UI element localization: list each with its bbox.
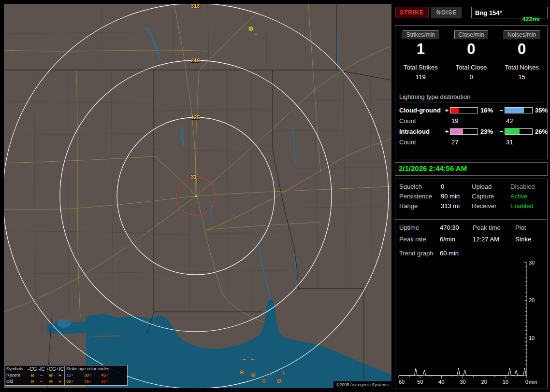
neg-cg-recent-icon: ⊖: [28, 372, 37, 378]
noises-per-min-label: Noises/min: [504, 30, 540, 39]
total-close-value: 0: [446, 73, 497, 81]
age-90: 90+: [101, 378, 117, 385]
mode-toolbar: STRIKE NOISE Bng 154° 422mi: [395, 7, 548, 18]
settings-row: Persistence 90 min Capture Active: [395, 192, 547, 201]
ic-minus-count: 31: [505, 139, 533, 146]
pos-ic-recent-icon: +: [56, 372, 64, 378]
strike-marker: ⊖: [261, 378, 266, 384]
sidebar: STRIKE NOISE Bng 154° 422mi Strikes/min …: [394, 0, 550, 392]
settings-panel: Squelch 0 Upload Disabled Persistence 90…: [395, 179, 548, 222]
persistence-value: 90 min: [441, 192, 472, 201]
legend-row-old: Old: [6, 378, 28, 385]
trend-graph-header: Trend graph 60 min: [395, 250, 547, 257]
status-panel: Uptime 470:30 Peak time Plot Peak rate 6…: [395, 219, 548, 389]
lightning-map[interactable]: 31321912531 ⊕−−−⊖⊖⊖+⊖+ Symbols -CG -IC +…: [4, 4, 391, 388]
trend-axes: [399, 263, 527, 376]
strike-marker: ⊖: [239, 369, 244, 375]
close-per-min-label: Close/min: [454, 30, 488, 39]
pos-cg-recent-icon: ⊕: [46, 372, 56, 378]
cg-minus-bar: [505, 107, 533, 113]
distribution-title: Lightning type distribution: [399, 93, 543, 102]
peak-rate-value: 6/min: [440, 236, 473, 243]
uptime-value: 470:30: [440, 224, 473, 231]
range-ring-label: 219: [191, 57, 200, 63]
receiver-status: Enabled: [510, 201, 543, 211]
y-tick-label: 30: [529, 260, 535, 266]
peak-time-label: Peak time: [473, 224, 515, 231]
noise-mode-button[interactable]: NOISE: [432, 7, 462, 18]
app-window: 31321912531 ⊕−−−⊖⊖⊖+⊖+ Symbols -CG -IC +…: [0, 0, 550, 392]
cg-minus-count: 42: [505, 117, 533, 125]
strike-marker: ⊖: [251, 372, 256, 378]
x-tick-label: 10: [503, 379, 508, 385]
cg-minus-pct: 35%: [533, 107, 550, 114]
total-strikes-value: 119: [395, 73, 446, 81]
cg-plus-count: 19: [450, 117, 478, 125]
age-15: 15+: [64, 372, 84, 378]
age-75: 75+: [84, 378, 101, 385]
count-label: Count: [399, 117, 444, 125]
x-unit-label: min: [529, 379, 537, 385]
bearing-readout: Bng 154° 422mi: [471, 7, 548, 18]
strike-marker: +: [281, 370, 285, 376]
datetime-panel: 2/1/2026 2:44:56 AM: [395, 162, 548, 176]
count-label: Count: [399, 139, 444, 146]
upload-status: Disabled: [510, 182, 543, 192]
ic-minus-bar: [505, 128, 533, 135]
trend-series-strike: [399, 368, 527, 376]
intracloud-row: Intracloud + 23% − 26%: [399, 128, 543, 135]
cg-plus-pct: 16%: [478, 107, 498, 114]
range-label: Range: [399, 201, 441, 211]
receiver-location-dot: [195, 196, 197, 197]
neg-ic-recent-icon: −: [37, 372, 46, 378]
noises-column: Noises/min 0 Total Noises 15: [496, 30, 547, 81]
legend-col-pos-cg: +CG: [46, 366, 56, 372]
datetime-value: 2/1/2026 2:44:56 AM: [399, 164, 467, 172]
upload-label: Upload: [472, 182, 510, 192]
pos-cg-old-icon: ⊕: [46, 378, 56, 385]
minus-sign: −: [498, 128, 505, 135]
legend-col-neg-ic: -IC: [37, 366, 46, 372]
trend-window-value: 60 min: [440, 250, 543, 257]
copyright-text: ©2005 Astrogenic Systems: [333, 381, 391, 388]
ic-minus-pct: 26%: [533, 128, 550, 135]
plot-value: Strike: [515, 236, 543, 243]
close-per-min-value: 0: [446, 42, 497, 57]
neg-cg-old-icon: ⊖: [28, 378, 37, 385]
age-45: 45+: [101, 372, 117, 378]
ic-plus-pct: 23%: [478, 128, 498, 135]
rate-counters: Strikes/min 1 Total Strikes 119 Close/mi…: [395, 26, 547, 81]
total-strikes-label: Total Strikes: [395, 64, 446, 71]
capture-status: Active: [510, 192, 543, 201]
persistence-label: Persistence: [399, 192, 441, 201]
status-row: Peak rate 6/min 12:27 AM Strike: [395, 236, 547, 243]
bearing-distance: 422mi: [518, 15, 544, 23]
legend-age-header: Strike age color codes: [64, 366, 117, 372]
x-tick-label: 0: [525, 379, 528, 385]
legend-col-pos-ic: +IC: [56, 366, 64, 372]
strike-mode-button[interactable]: STRIKE: [395, 7, 429, 18]
trend-graph: 1020306050403020100min: [396, 258, 549, 388]
peak-rate-label: Peak rate: [399, 236, 440, 243]
y-tick-label: 20: [529, 297, 535, 303]
plot-label: Plot: [515, 224, 543, 231]
range-ring-label: 31: [191, 174, 197, 180]
ic-plus-bar: [450, 128, 478, 135]
minus-sign: −: [498, 107, 505, 114]
cloud-ground-row: Cloud-ground + 16% − 35%: [399, 107, 543, 114]
legend-symbols-header: Symbols: [6, 366, 28, 372]
neg-ic-old-icon: −: [37, 378, 46, 385]
strike-marker: ⊖: [276, 378, 281, 384]
peak-time-value: 12:27 AM: [473, 236, 515, 243]
x-tick-label: 60: [399, 379, 405, 385]
total-noises-value: 15: [496, 73, 547, 81]
y-tick-label: 10: [529, 335, 535, 341]
strike-marker: −: [254, 32, 257, 38]
total-noises-label: Total Noises: [496, 64, 547, 71]
bearing-value: Bng 154°: [475, 9, 502, 16]
strikes-column: Strikes/min 1 Total Strikes 119: [395, 30, 446, 81]
x-tick-label: 30: [460, 379, 465, 385]
x-tick-label: 40: [438, 379, 444, 385]
range-ring-label: 125: [191, 114, 200, 120]
status-row: Uptime 470:30 Peak time Plot: [395, 224, 547, 231]
